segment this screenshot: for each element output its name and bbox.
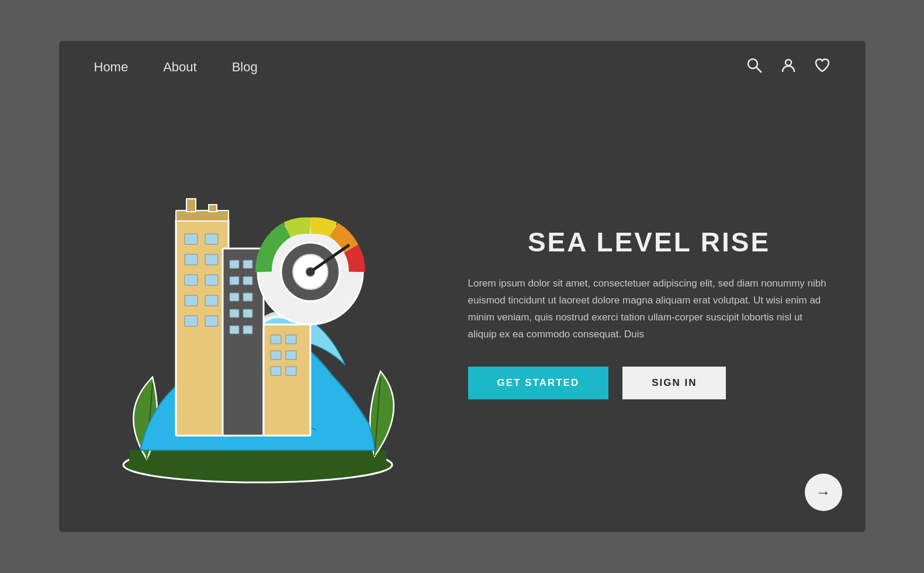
sign-in-button[interactable]: SIGN IN (622, 367, 726, 399)
svg-point-2 (785, 60, 791, 65)
svg-rect-20 (186, 199, 196, 212)
illustration (94, 132, 421, 494)
svg-rect-35 (286, 335, 296, 344)
svg-rect-23 (230, 260, 239, 268)
svg-rect-28 (243, 293, 252, 301)
svg-rect-32 (243, 326, 252, 334)
nav-blog[interactable]: Blog (232, 60, 258, 75)
main-section: SEA LEVEL RISE Lorem ipsum dolor sit ame… (59, 94, 866, 532)
svg-rect-24 (243, 260, 252, 268)
user-icon[interactable] (780, 57, 797, 77)
svg-rect-11 (185, 254, 198, 265)
svg-rect-16 (205, 295, 218, 306)
navbar: Home About Blog (59, 41, 866, 94)
svg-rect-27 (230, 293, 239, 301)
svg-point-45 (307, 268, 314, 275)
svg-line-1 (756, 67, 762, 73)
svg-point-0 (748, 59, 757, 68)
search-icon[interactable] (746, 57, 763, 77)
main-card: Home About Blog (59, 41, 866, 532)
button-row: GET STARTED SIGN IN (468, 367, 830, 399)
svg-rect-31 (230, 326, 239, 334)
svg-rect-13 (185, 275, 198, 285)
nav-about[interactable]: About (163, 60, 197, 75)
hero-body: Lorem ipsum dolor sit amet, consectetuer… (468, 275, 830, 343)
svg-rect-5 (129, 450, 386, 467)
arrow-icon: → (816, 484, 831, 502)
svg-rect-12 (205, 254, 218, 265)
svg-rect-39 (286, 367, 296, 375)
svg-rect-10 (205, 234, 218, 244)
svg-rect-14 (205, 275, 218, 285)
svg-rect-8 (176, 219, 229, 436)
svg-rect-25 (230, 277, 239, 285)
nav-icons (746, 57, 830, 77)
svg-rect-15 (185, 295, 198, 306)
svg-rect-17 (185, 316, 198, 326)
heart-icon[interactable] (814, 57, 830, 77)
nav-links: Home About Blog (94, 60, 746, 75)
svg-rect-26 (243, 277, 252, 285)
svg-rect-29 (230, 309, 239, 317)
right-content: SEA LEVEL RISE Lorem ipsum dolor sit ame… (445, 226, 830, 399)
svg-rect-21 (209, 205, 217, 212)
svg-rect-34 (271, 335, 281, 344)
svg-rect-9 (185, 234, 198, 244)
svg-rect-30 (243, 309, 252, 317)
get-started-button[interactable]: GET STARTED (468, 367, 609, 399)
next-arrow-button[interactable]: → (805, 474, 842, 511)
svg-rect-18 (205, 316, 218, 326)
hero-title: SEA LEVEL RISE (468, 226, 830, 258)
svg-rect-37 (286, 351, 296, 360)
svg-rect-36 (271, 351, 281, 360)
svg-rect-38 (271, 367, 281, 375)
nav-home[interactable]: Home (94, 60, 129, 75)
svg-rect-19 (176, 210, 229, 221)
